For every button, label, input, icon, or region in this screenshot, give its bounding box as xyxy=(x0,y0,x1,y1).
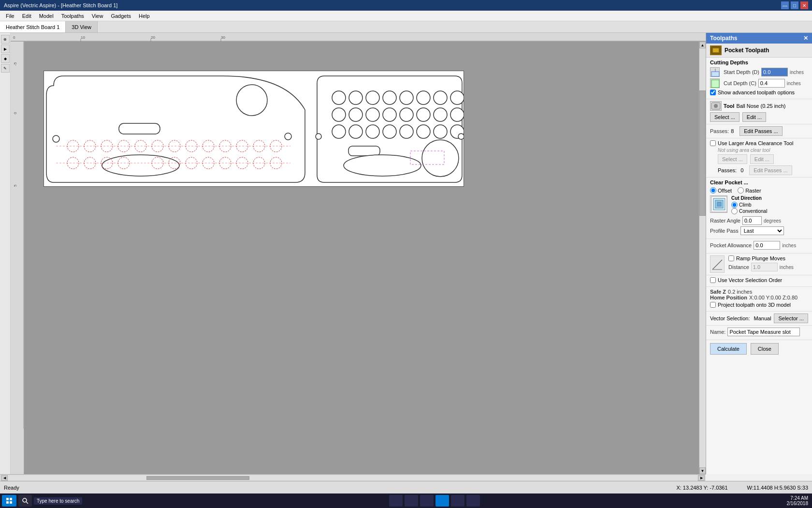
scroll-right-button[interactable]: ▶ xyxy=(698,475,705,481)
name-input[interactable] xyxy=(727,328,800,336)
conventional-radio-label[interactable]: Conventional xyxy=(731,208,767,214)
ramp-distance-row: Distance inches xyxy=(728,263,794,271)
svg-point-90 xyxy=(23,498,27,502)
svg-point-48 xyxy=(383,91,396,105)
svg-rect-77 xyxy=(711,72,719,76)
conventional-radio[interactable] xyxy=(731,208,738,214)
start-depth-input[interactable] xyxy=(761,68,788,76)
tool-icon-3[interactable]: ◆ xyxy=(1,54,10,63)
svg-rect-85 xyxy=(717,202,721,206)
scroll-thumb-h[interactable] xyxy=(146,476,250,480)
tool-icon-2[interactable]: ▶ xyxy=(1,45,10,53)
tool-select-button[interactable]: Select ... xyxy=(710,112,740,122)
tab-heather-stitch[interactable]: Heather Stitch Board 1 xyxy=(0,21,66,32)
window-controls: — □ ✕ xyxy=(781,1,808,9)
ramp-plunge-checkbox-row: Ramp Plunge Moves xyxy=(728,255,794,261)
maximize-button[interactable]: □ xyxy=(791,1,798,9)
svg-rect-89 xyxy=(10,501,12,504)
action-buttons: Calculate Close xyxy=(706,340,812,358)
svg-point-66 xyxy=(417,125,430,138)
advanced-options-checkbox[interactable] xyxy=(710,90,716,95)
svg-point-46 xyxy=(349,91,362,105)
cut-depth-input[interactable] xyxy=(758,79,785,88)
taskbar-icon-2[interactable] xyxy=(405,495,418,507)
toolpaths-close-icon[interactable]: ✕ xyxy=(803,35,808,42)
ramp-distance-input[interactable] xyxy=(751,263,778,271)
scroll-left-button[interactable]: ◀ xyxy=(1,475,8,481)
menu-edit[interactable]: Edit xyxy=(18,12,35,20)
pocket-allowance-input[interactable] xyxy=(754,241,780,250)
menu-toolpaths[interactable]: Toolpaths xyxy=(58,12,88,20)
calculate-button[interactable]: Calculate xyxy=(710,343,747,355)
svg-point-67 xyxy=(434,125,447,138)
cut-depth-row: Cut Depth (C) inches xyxy=(710,78,808,88)
menu-model[interactable]: Model xyxy=(35,12,58,20)
start-button[interactable] xyxy=(2,495,16,507)
larger-area-select-button[interactable]: Select ... xyxy=(718,154,747,164)
use-larger-area-row: Use Larger Area Clearance Tool xyxy=(710,140,808,146)
edit-passes-button[interactable]: Edit Passes ... xyxy=(740,126,782,136)
project-toolpath-row: Project toolpath onto 3D model xyxy=(710,302,808,308)
raster-radio-label[interactable]: Raster xyxy=(738,187,761,194)
ramp-plunge-content: Ramp Plunge Moves Distance inches xyxy=(728,255,794,273)
taskbar-icon-5[interactable] xyxy=(451,495,464,507)
svg-text:10: 10 xyxy=(81,35,85,40)
tab-bar: Heather Stitch Board 1 3D View xyxy=(0,21,812,33)
canvas-area: 0 10 20 30 -5 0 5 xyxy=(11,33,706,474)
menu-gadgets[interactable]: Gadgets xyxy=(107,12,135,20)
taskbar-icon-3[interactable] xyxy=(420,495,434,507)
tool-icon-1[interactable]: ⊕ xyxy=(1,35,10,44)
svg-rect-76 xyxy=(713,48,719,52)
taskbar: Type here to search 7:24 AM 2/16/2018 xyxy=(0,493,812,508)
svg-text:-5: -5 xyxy=(13,62,17,66)
toolpaths-header: Toolpaths ✕ xyxy=(706,33,812,44)
svg-point-62 xyxy=(349,125,362,138)
taskbar-icon-4[interactable] xyxy=(435,495,449,507)
larger-edit-passes-button[interactable]: Edit Passes ... xyxy=(749,165,792,175)
design-viewport[interactable] xyxy=(24,42,699,474)
scroll-thumb-v[interactable] xyxy=(699,90,706,216)
climb-radio[interactable] xyxy=(731,202,738,208)
tab-3d-view[interactable]: 3D View xyxy=(66,21,98,32)
profile-pass-select[interactable]: Last First None xyxy=(740,226,784,235)
cut-direction-group: Cut Direction Climb Conventional xyxy=(731,195,767,214)
search-field[interactable]: Type here to search xyxy=(34,497,82,505)
cutting-depths-title: Cutting Depths xyxy=(710,60,808,65)
raster-angle-row: Raster Angle degrees xyxy=(710,216,808,225)
clock: 7:24 AM 2/16/2018 xyxy=(787,495,809,506)
minimize-button[interactable]: — xyxy=(781,1,789,9)
ramp-plunge-checkbox[interactable] xyxy=(728,255,734,261)
svg-point-17 xyxy=(285,133,291,140)
climb-radio-label[interactable]: Climb xyxy=(731,202,767,208)
selector-button[interactable]: Selector ... xyxy=(774,314,808,323)
offset-radio-label[interactable]: Offset xyxy=(710,187,732,194)
svg-text:5: 5 xyxy=(13,184,17,187)
vector-sel-row: Vector Selection: Manual Selector ... xyxy=(710,314,808,323)
coordinates-display: X: 13.2483 Y: -7.0361 xyxy=(676,485,727,491)
taskbar-icon-1[interactable] xyxy=(389,495,403,507)
offset-radio[interactable] xyxy=(710,187,716,194)
menu-view[interactable]: View xyxy=(88,12,107,20)
close-button[interactable]: Close xyxy=(751,343,779,355)
use-larger-area-checkbox[interactable] xyxy=(710,140,716,146)
raster-angle-input[interactable] xyxy=(742,216,762,225)
menu-help[interactable]: Help xyxy=(135,12,154,20)
not-using-label: Not using area clear tool xyxy=(718,148,808,153)
search-button[interactable] xyxy=(18,495,32,507)
tool-edit-button[interactable]: Edit ... xyxy=(742,112,766,122)
clear-pocket-title: Clear Pocket ... xyxy=(710,179,808,185)
larger-area-edit-button[interactable]: Edit ... xyxy=(750,154,774,164)
svg-point-59 xyxy=(434,108,447,121)
scroll-down-button[interactable]: ▼ xyxy=(699,467,706,474)
tool-name: Ball Nose (0.25 inch) xyxy=(736,103,785,109)
close-button[interactable]: ✕ xyxy=(800,1,808,9)
raster-radio[interactable] xyxy=(738,187,744,194)
project-toolpath-checkbox[interactable] xyxy=(710,302,716,308)
menu-file[interactable]: File xyxy=(2,12,18,20)
scroll-up-button[interactable]: ▲ xyxy=(699,42,706,48)
tool-icon-4[interactable]: ✎ xyxy=(1,64,10,73)
svg-rect-88 xyxy=(6,501,9,504)
passes-label: Passes: xyxy=(710,128,729,134)
vector-selection-checkbox[interactable] xyxy=(710,277,716,283)
taskbar-icon-6[interactable] xyxy=(466,495,480,507)
